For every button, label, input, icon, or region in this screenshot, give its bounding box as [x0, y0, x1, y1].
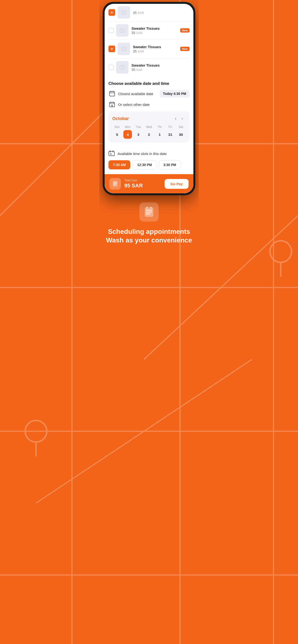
calendar-day[interactable]: Sat30	[176, 125, 186, 139]
add-button[interactable]: +	[108, 9, 115, 16]
day-name: Fri	[169, 125, 172, 129]
product-image-1	[116, 24, 129, 37]
day-number[interactable]: 30	[177, 130, 185, 139]
time-slot-button[interactable]: 12:30 PM	[133, 160, 157, 170]
day-name: Mon	[125, 125, 130, 129]
product-price-3: 35 SAR	[131, 68, 190, 72]
day-name: Wed	[146, 125, 152, 129]
svg-rect-32	[109, 152, 114, 156]
calendar-add-icon	[108, 101, 116, 108]
day-number[interactable]: 31	[166, 130, 175, 139]
tagline: Scheduling appointments Wash as your con…	[106, 227, 192, 245]
closest-date-label: Closest available date	[118, 92, 160, 96]
svg-rect-20	[120, 66, 125, 69]
cost-info: Total Cost 95 SAR	[124, 179, 165, 189]
day-name: Thr	[158, 125, 162, 129]
calendar-day[interactable]: Sun5	[112, 125, 122, 139]
date-section: Choose available date and time Closest a…	[105, 76, 193, 146]
time-section: Available time slots in this date 7:30 A…	[105, 146, 193, 174]
calendar-day[interactable]: Tue3	[134, 125, 143, 139]
closest-date-row: Closest available date Today 4:30 PM	[108, 90, 190, 98]
bottom-bar: Total Cost 95 SAR Go Pay	[105, 174, 193, 193]
product-image-2	[117, 43, 130, 55]
new-badge-2: New	[180, 47, 190, 51]
day-name: Sat	[179, 125, 183, 129]
time-slots-container: 7:30 AM12:30 PM3:30 PM	[108, 160, 190, 170]
day-number[interactable]: 5	[113, 130, 121, 139]
day-name: Tue	[136, 125, 141, 129]
product-info-1: Sweater Tissues 35 SAR	[131, 26, 180, 35]
day-number[interactable]: 3	[134, 130, 143, 139]
product-image	[117, 6, 130, 19]
svg-point-21	[121, 66, 123, 68]
section-title: Choose available date and time	[108, 81, 190, 86]
svg-point-15	[123, 12, 125, 14]
calendar-icon	[108, 90, 116, 97]
svg-rect-14	[121, 10, 126, 14]
day-number[interactable]: 2	[145, 130, 153, 139]
calendar-day[interactable]: Wed2	[144, 125, 154, 139]
calendar-day[interactable]: Mon4	[123, 125, 132, 139]
product-item-2: + Sweater Tissues 35 SAR	[108, 40, 190, 58]
time-icon	[108, 150, 115, 157]
next-month-button[interactable]: ›	[179, 115, 186, 122]
product-name-1: Sweater Tissues	[131, 26, 180, 30]
cost-value: 95 SAR	[124, 182, 165, 189]
product-price-1: 35 SAR	[131, 31, 180, 35]
add-button-2[interactable]: +	[108, 46, 115, 52]
svg-point-17	[121, 30, 123, 32]
calendar: Octobar ‹ › Sun5Mon4Tue3Wed2Thr1Fri31Sat…	[108, 112, 190, 142]
product-info-3: Sweater Tissues 35 SAR	[131, 63, 190, 72]
calendar-day[interactable]: Thr1	[155, 125, 164, 139]
closest-date-value[interactable]: Today 4:30 PM	[160, 90, 190, 98]
tagline-line1: Scheduling appointments	[108, 228, 190, 235]
product-image-3	[116, 61, 129, 74]
svg-point-19	[123, 48, 125, 50]
product-name-2: Sweater Tissues	[133, 45, 180, 49]
other-date-row[interactable]: Or select other date	[108, 101, 190, 108]
tagline-line2: Wash as your convenience	[106, 236, 192, 244]
cost-label: Total Cost	[124, 179, 165, 182]
product-price: 35 SAR	[133, 11, 190, 14]
time-slots-label: Available time slots in this date	[117, 152, 167, 156]
below-phone-section: Scheduling appointments Wash as your con…	[99, 195, 199, 254]
day-number[interactable]: 1	[155, 130, 164, 139]
day-number[interactable]: 4	[123, 130, 132, 139]
calendar-month: Octobar	[112, 116, 172, 121]
day-name: Sun	[114, 125, 119, 129]
other-date-label: Or select other date	[118, 102, 190, 106]
new-badge-1: New	[180, 28, 190, 32]
product-name-3: Sweater Tissues	[131, 63, 190, 67]
product-item-3: Sweater Tissues 35 SAR	[108, 58, 190, 76]
product-item-1: Sweater Tissues 35 SAR New	[108, 21, 190, 40]
prev-month-button[interactable]: ‹	[172, 115, 179, 122]
app-icon-large	[139, 202, 159, 222]
calendar-days: Sun5Mon4Tue3Wed2Thr1Fri31Sat30	[112, 125, 186, 139]
receipt-icon	[109, 178, 121, 190]
product-info-2: Sweater Tissues 35 SAR	[133, 45, 180, 53]
svg-rect-16	[120, 28, 125, 32]
product-price-2: 35 SAR	[133, 49, 180, 53]
product-item-partial: + 35 SAR	[105, 4, 193, 21]
svg-rect-18	[121, 47, 126, 51]
product-checkbox-3[interactable]	[108, 65, 114, 70]
time-slot-button[interactable]: 7:30 AM	[108, 160, 130, 170]
svg-rect-22	[109, 92, 115, 96]
time-slot-button[interactable]: 3:30 PM	[159, 160, 181, 170]
go-pay-button[interactable]: Go Pay	[165, 179, 189, 189]
calendar-header: Octobar ‹ ›	[112, 115, 186, 122]
time-label-row: Available time slots in this date	[108, 150, 190, 157]
product-checkbox-1[interactable]	[108, 28, 114, 33]
calendar-day[interactable]: Fri31	[166, 125, 175, 139]
product-list: Sweater Tissues 35 SAR New +	[105, 21, 193, 76]
product-info: 35 SAR	[133, 10, 190, 14]
